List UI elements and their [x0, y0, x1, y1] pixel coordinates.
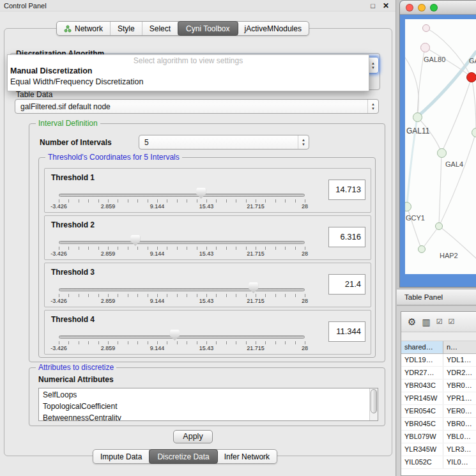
column-header-name[interactable]: n…: [443, 341, 476, 353]
table-cell[interactable]: YPR145W: [401, 392, 443, 404]
close-traffic-light[interactable]: [406, 4, 413, 12]
tab-discretize-data[interactable]: Discretize Data: [149, 449, 217, 464]
control-panel: Control Panel □ ✕ Network Style Select C…: [0, 0, 396, 476]
table-cell[interactable]: YDL1…: [443, 354, 476, 366]
slider-track[interactable]: [59, 288, 305, 291]
slider-ticks: [59, 247, 305, 250]
table-data-label: Table Data: [16, 90, 52, 99]
network-node[interactable]: [437, 148, 447, 158]
table-row[interactable]: YLR345WYLR3…: [401, 443, 476, 456]
slider-thumb[interactable]: [170, 330, 180, 341]
tab-jactivemnodules[interactable]: jActiveMNodules: [238, 22, 309, 35]
network-node[interactable]: [422, 24, 430, 32]
tab-label: jActiveMNodules: [245, 24, 302, 33]
combo-arrows-icon[interactable]: ▲ ▼: [298, 135, 309, 149]
table-row[interactable]: YBL079WYBL0…: [401, 431, 476, 443]
table-cell[interactable]: YBR045C: [401, 418, 443, 430]
table-row[interactable]: YIL052CYIL0…: [401, 456, 476, 469]
dropdown-option-equal-width[interactable]: Equal Width/Frequency Discretization: [8, 77, 369, 88]
network-node[interactable]: [413, 112, 422, 122]
slider-thumb[interactable]: [130, 235, 140, 246]
table-cell[interactable]: YBR0…: [443, 418, 476, 430]
threshold-value-field[interactable]: 11.344: [328, 321, 365, 342]
tab-select[interactable]: Select: [142, 22, 178, 35]
network-window-titlebar[interactable]: [400, 1, 476, 15]
interval-definition-title: Interval Definition: [36, 119, 100, 128]
apply-button[interactable]: Apply: [173, 430, 213, 443]
table-cell[interactable]: YBR043C: [401, 380, 443, 392]
threshold-value-field[interactable]: 21.4: [328, 274, 365, 295]
dropdown-hint: Select algorithm to view settings: [8, 56, 369, 66]
table-row[interactable]: YBR043CYBR0…: [401, 380, 476, 392]
tick-label: 15.43: [199, 203, 214, 210]
network-node[interactable]: [420, 43, 430, 52]
combo-arrows-icon[interactable]: ▲ ▼: [367, 100, 378, 113]
table-row[interactable]: YPR145WYPR1…: [401, 392, 476, 405]
number-of-intervals-label: Number of Intervals: [40, 138, 112, 147]
tick-label: 21.715: [247, 298, 265, 304]
table-cell[interactable]: YLR345W: [401, 443, 443, 456]
table-cell[interactable]: YBR0…: [443, 380, 476, 392]
table-cell[interactable]: YIL0…: [443, 456, 476, 468]
panel-title: Control Panel: [4, 2, 47, 10]
tab-label: Network: [75, 24, 103, 33]
table-cell[interactable]: YBL079W: [401, 431, 443, 443]
tick-label: 15.43: [199, 345, 214, 351]
slider-ticks: [59, 341, 305, 344]
tab-infer-network[interactable]: Infer Network: [217, 450, 277, 463]
table-cell[interactable]: YER0…: [443, 405, 476, 417]
network-node[interactable]: [418, 245, 426, 253]
gear-icon[interactable]: ⚙: [408, 316, 416, 328]
table-row[interactable]: YER054CYER0…: [401, 405, 476, 418]
minimize-traffic-light[interactable]: [418, 4, 426, 12]
tab-style[interactable]: Style: [111, 22, 142, 35]
scrollbar-thumb[interactable]: [371, 389, 377, 413]
node-label: GA: [469, 57, 476, 65]
table-cell[interactable]: YDL19…: [401, 354, 443, 366]
list-scrollbar[interactable]: [369, 388, 378, 420]
tick-label: -3.426: [50, 298, 67, 304]
network-node[interactable]: [435, 222, 443, 230]
attribute-list-item[interactable]: SelfLoops: [39, 389, 369, 401]
float-window-icon[interactable]: □: [371, 2, 375, 10]
slider-track[interactable]: [59, 335, 305, 339]
table-cell[interactable]: YDR27…: [401, 367, 443, 379]
attribute-list-item[interactable]: BetweennessCentrality: [39, 412, 369, 421]
tick-label: 21.715: [247, 345, 265, 351]
table-cell[interactable]: YIL052C: [401, 456, 443, 468]
slider-thumb[interactable]: [249, 282, 258, 293]
tab-cyni-toolbox[interactable]: Cyni Toolbox: [178, 21, 238, 36]
table-row[interactable]: YDR27…YDR2…: [401, 367, 476, 380]
interval-definition-group: Interval Definition Number of Intervals …: [29, 123, 385, 362]
selected-node[interactable]: [466, 72, 476, 82]
close-icon[interactable]: ✕: [383, 1, 389, 10]
network-canvas[interactable]: GAL80 GA GAL11 GAL4 GCY1 HAP2: [405, 19, 476, 274]
slider-track[interactable]: [59, 241, 305, 244]
table-data-combobox[interactable]: galFiltered.sif default node ▲ ▼: [15, 99, 379, 114]
dropdown-option-manual-discretization[interactable]: Manual Discretization: [8, 66, 369, 77]
network-window-frame: GAL80 GA GAL11 GAL4 GCY1 HAP2: [400, 15, 476, 287]
select-visible-icon[interactable]: ☑: [449, 318, 455, 326]
columns-icon[interactable]: ▥: [422, 317, 430, 327]
number-of-intervals-combobox[interactable]: 5 ▲ ▼: [139, 135, 309, 150]
tab-network[interactable]: Network: [57, 22, 111, 35]
table-row[interactable]: YDL19…YDL1…: [401, 354, 476, 367]
threshold-value-field[interactable]: 14.713: [328, 180, 365, 200]
table-panel-titlebar[interactable]: Table Panel: [397, 289, 476, 305]
attribute-list-item[interactable]: TopologicalCoefficient: [39, 401, 369, 412]
slider-thumb[interactable]: [196, 188, 206, 199]
control-panel-titlebar: Control Panel □ ✕: [0, 0, 395, 12]
threshold-value-field[interactable]: 6.316: [328, 227, 365, 247]
select-all-icon[interactable]: ☑: [436, 318, 443, 326]
column-header-shared-name[interactable]: shared…: [401, 341, 443, 353]
table-cell[interactable]: YDR2…: [443, 367, 476, 379]
tab-impute-data[interactable]: Impute Data: [93, 450, 150, 463]
table-cell[interactable]: YPR1…: [443, 392, 476, 404]
table-cell[interactable]: YLR3…: [443, 443, 476, 456]
slider-track[interactable]: [59, 194, 305, 197]
table-row[interactable]: YBR045CYBR0…: [401, 418, 476, 431]
table-cell[interactable]: YER054C: [401, 405, 443, 417]
numerical-attributes-label: Numerical Attributes: [38, 375, 114, 384]
table-cell[interactable]: YBL0…: [443, 431, 476, 443]
zoom-traffic-light[interactable]: [430, 4, 438, 12]
